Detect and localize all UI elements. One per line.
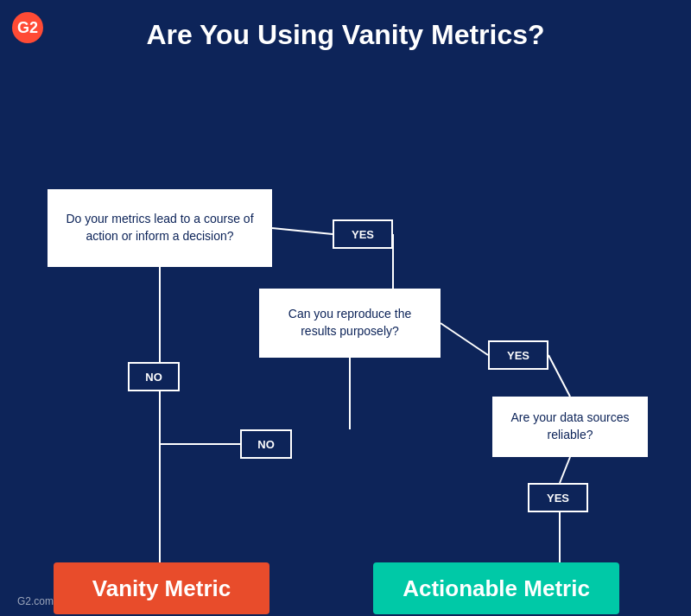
svg-line-2 (441, 323, 488, 355)
diagram-area: Do your metrics lead to a course of acti… (0, 68, 691, 569)
svg-line-0 (272, 228, 333, 234)
yes3-label: YES (528, 483, 588, 512)
page-title: Are You Using Vanity Metrics? (0, 0, 691, 60)
question-1-box: Do your metrics lead to a course of acti… (48, 189, 272, 267)
actionable-metric-result: Actionable Metric (373, 562, 619, 614)
yes2-label: YES (488, 340, 548, 370)
svg-line-4 (560, 457, 570, 483)
no2-label: NO (240, 429, 292, 459)
no1-label: NO (128, 362, 180, 391)
watermark: G2.com (17, 595, 54, 607)
question-3-box: Are your data sources reliable? (492, 397, 648, 457)
svg-line-3 (548, 355, 570, 397)
g2-logo: G2 (12, 12, 43, 43)
question-2-box: Can you reproduce the results purposely? (259, 289, 441, 358)
vanity-metric-result: Vanity Metric (54, 562, 269, 614)
yes1-label: YES (333, 219, 393, 249)
